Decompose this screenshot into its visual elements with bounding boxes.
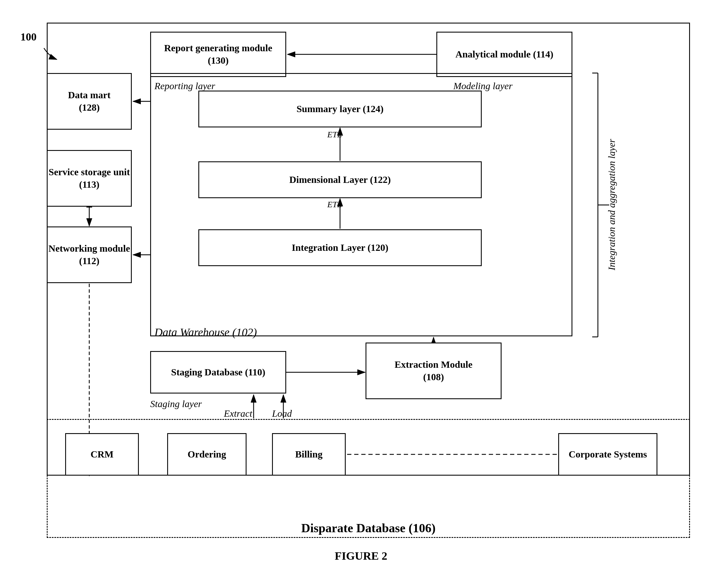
staging-layer-label: Staging layer: [150, 399, 202, 410]
figure-caption: FIGURE 2: [335, 549, 387, 563]
service-storage: Service storage unit (113): [47, 150, 132, 207]
extract-label: Extract: [224, 408, 252, 419]
extraction-module: Extraction Module (108): [365, 342, 502, 399]
etl-label-2: ETL: [327, 200, 342, 209]
corporate-systems-box: Corporate Systems: [558, 433, 657, 476]
summary-layer: Summary layer (124): [198, 90, 482, 127]
networking-module: Networking module (112): [47, 227, 132, 283]
integration-layer: Integration Layer (120): [198, 229, 482, 266]
ordering-box: Ordering: [167, 433, 246, 476]
analytical-module: Analytical module (114): [436, 32, 573, 77]
crm-box: CRM: [65, 433, 139, 476]
disparate-db-label: Disparate Database (106): [47, 521, 690, 536]
staging-db: Staging Database (110): [150, 351, 286, 394]
data-mart: Data mart (128): [47, 73, 132, 130]
dimensional-layer: Dimensional Layer (122): [198, 161, 482, 198]
ref-number: 100: [20, 30, 37, 43]
load-label: Load: [272, 408, 292, 419]
report-generating-module: Report generating module (130): [150, 32, 286, 77]
billing-box: Billing: [272, 433, 346, 476]
data-warehouse-label: Data Warehouse (102): [155, 326, 257, 339]
etl-label-1: ETL: [327, 130, 342, 139]
